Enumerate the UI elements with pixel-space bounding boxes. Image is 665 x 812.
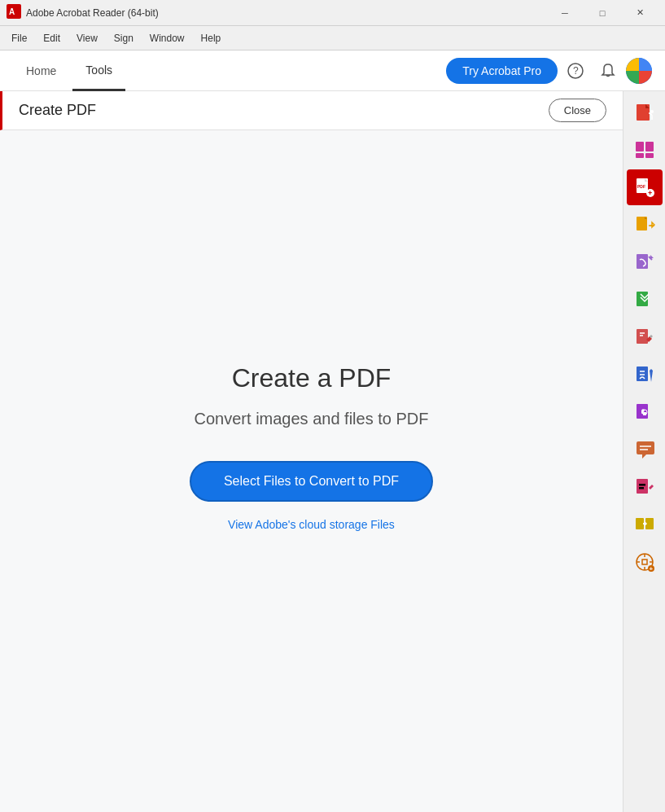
panel-title: Create PDF	[19, 102, 96, 119]
select-files-button[interactable]: Select Files to Convert to PDF	[190, 461, 433, 502]
sidebar-tool-protect-pdf[interactable]	[627, 394, 663, 430]
main-subtitle: Convert images and files to PDF	[195, 410, 429, 428]
minimize-button[interactable]: ─	[546, 0, 584, 26]
sidebar-tool-fill-sign[interactable]	[627, 357, 663, 393]
user-avatar[interactable]	[626, 58, 652, 84]
menu-view[interactable]: View	[68, 29, 106, 47]
right-sidebar: PDF +	[623, 91, 665, 812]
avatar-image	[626, 58, 652, 84]
sidebar-tool-comment[interactable]	[627, 432, 663, 467]
redact-icon	[634, 476, 655, 498]
svg-rect-31	[636, 518, 644, 529]
menu-edit[interactable]: Edit	[35, 29, 68, 47]
svg-text:+: +	[649, 565, 653, 573]
help-icon: ?	[567, 63, 584, 79]
sidebar-tool-organize-pages[interactable]	[627, 132, 663, 168]
sidebar-tool-compress-pdf[interactable]	[627, 282, 663, 318]
main-content: Create a PDF Convert images and files to…	[0, 130, 623, 812]
svg-rect-17	[637, 329, 648, 344]
menubar: File Edit View Sign Window Help	[0, 26, 665, 50]
svg-rect-8	[636, 153, 644, 158]
maximize-button[interactable]: □	[584, 0, 621, 26]
menu-help[interactable]: Help	[193, 29, 230, 47]
titlebar-title: Adobe Acrobat Reader (64-bit)	[26, 7, 546, 19]
more-tools-icon: +	[634, 551, 655, 573]
svg-rect-30	[639, 487, 644, 489]
close-panel-button[interactable]: Close	[549, 99, 606, 122]
sidebar-tool-combine-files[interactable]	[627, 507, 663, 542]
sidebar-tool-request-signature[interactable]	[627, 244, 663, 280]
svg-text:A: A	[9, 7, 15, 16]
svg-rect-29	[639, 484, 645, 486]
tab-tools[interactable]: Tools	[72, 50, 125, 91]
organize-pages-icon	[634, 139, 655, 160]
notifications-button[interactable]	[593, 56, 623, 86]
svg-rect-7	[645, 142, 654, 151]
content-area: Create PDF Close Create a PDF Convert im…	[0, 91, 665, 812]
svg-rect-25	[643, 412, 646, 415]
sidebar-tool-more-tools[interactable]: +	[627, 544, 663, 580]
sidebar-tool-create-pdf[interactable]: PDF +	[627, 169, 663, 205]
svg-rect-28	[637, 479, 648, 494]
svg-rect-6	[636, 142, 644, 151]
tab-home[interactable]: Home	[13, 50, 69, 91]
menu-file[interactable]: File	[3, 29, 35, 47]
main-heading: Create a PDF	[232, 363, 392, 393]
close-window-button[interactable]: ✕	[621, 0, 658, 26]
bell-icon	[600, 63, 616, 79]
cloud-storage-link[interactable]: View Adobe's cloud storage Files	[228, 518, 395, 531]
comment-icon	[634, 439, 655, 460]
toolbar: Home Tools Try Acrobat Pro ?	[0, 50, 665, 91]
menu-window[interactable]: Window	[142, 29, 193, 47]
main-panel: Create PDF Close Create a PDF Convert im…	[0, 91, 623, 812]
svg-text:+: +	[648, 189, 652, 197]
fill-sign-icon	[634, 364, 655, 385]
menu-sign[interactable]: Sign	[106, 29, 142, 47]
compress-pdf-icon	[634, 289, 655, 310]
sidebar-tool-redact[interactable]	[627, 469, 663, 505]
svg-text:?: ?	[573, 65, 579, 77]
titlebar: A Adobe Acrobat Reader (64-bit) ─ □ ✕	[0, 0, 665, 26]
create-pdf-icon: PDF +	[634, 177, 655, 198]
sidebar-tool-edit-pdf[interactable]	[627, 319, 663, 355]
sidebar-tool-share-pdf[interactable]	[627, 94, 663, 130]
help-button[interactable]: ?	[561, 56, 590, 86]
try-acrobat-pro-button[interactable]: Try Acrobat Pro	[446, 58, 558, 84]
share-pdf-icon	[634, 102, 655, 123]
adobe-acrobat-icon: A	[7, 4, 21, 22]
request-signature-icon	[634, 252, 655, 273]
export-pdf-icon	[634, 214, 655, 235]
svg-rect-15	[637, 254, 648, 269]
svg-text:PDF: PDF	[637, 184, 645, 189]
protect-pdf-icon	[634, 402, 655, 423]
svg-rect-9	[645, 153, 654, 158]
titlebar-controls: ─ □ ✕	[546, 0, 658, 26]
combine-files-icon	[634, 514, 655, 535]
sidebar-tool-export-pdf[interactable]	[627, 207, 663, 243]
panel-header: Create PDF Close	[0, 91, 623, 130]
svg-rect-20	[637, 366, 648, 381]
edit-pdf-icon	[634, 327, 655, 348]
svg-point-5	[650, 110, 654, 113]
